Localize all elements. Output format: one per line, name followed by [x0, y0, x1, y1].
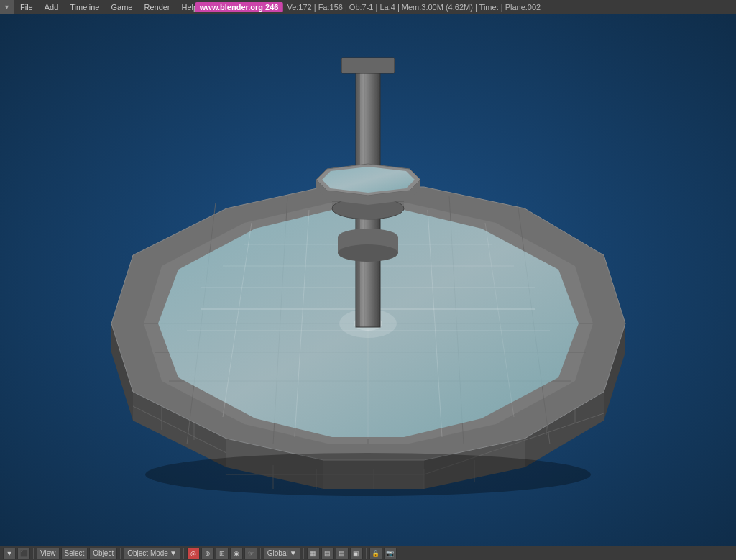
global-label: Global: [267, 549, 288, 557]
top-menubar: ▼ File Add Timeline Game Render Help www…: [0, 0, 736, 14]
svg-marker-61: [322, 167, 415, 193]
header-stats: Ve:172 | Fa:156 | Ob:7-1 | La:4 | Mem:3.…: [287, 3, 540, 12]
render-icon[interactable]: 📷: [384, 548, 397, 559]
global-dropdown-arrow: ▼: [290, 549, 297, 557]
scene-icon[interactable]: ⬛: [17, 548, 30, 559]
mode-dropdown-arrow: ▼: [170, 549, 177, 557]
separator-3: [183, 548, 184, 559]
bottom-toolbar: ▼ ⬛ View Select Object Object Mode ▼ ◎ ⊕…: [0, 546, 736, 560]
grid-icon-3[interactable]: ▤: [336, 548, 349, 559]
header-info: www.blender.org 246 Ve:172 | Fa:156 | Ob…: [196, 2, 540, 12]
separator-4: [260, 548, 261, 559]
global-dropdown[interactable]: Global ▼: [264, 548, 300, 559]
grid-icon-4[interactable]: ▣: [350, 548, 363, 559]
separator-1: [33, 548, 34, 559]
object-menu-btn[interactable]: Object: [89, 548, 117, 559]
3d-viewport[interactable]: [0, 14, 736, 546]
view-menu-btn[interactable]: View: [37, 548, 60, 559]
svg-point-58: [338, 244, 398, 262]
snap-grid-icon[interactable]: ⊞: [216, 548, 229, 559]
blender-badge: www.blender.org 246: [196, 2, 283, 12]
svg-point-63: [145, 453, 591, 496]
scene-container: [0, 14, 736, 546]
window-toggle-btn[interactable]: ▼: [3, 548, 16, 559]
separator-2: [120, 548, 121, 559]
origin-icon[interactable]: ◎: [187, 548, 200, 559]
menu-render[interactable]: Render: [138, 0, 175, 14]
mode-label: Object Mode: [127, 549, 168, 557]
grid-icon-1[interactable]: ▦: [307, 548, 320, 559]
grid-icon-2[interactable]: ▤: [321, 548, 334, 559]
separator-5: [303, 548, 304, 559]
mode-dropdown[interactable]: Object Mode ▼: [124, 548, 180, 559]
cursor-icon[interactable]: ☞: [244, 548, 257, 559]
menu-add[interactable]: Add: [39, 0, 65, 14]
separator-6: [366, 548, 367, 559]
menu-file[interactable]: File: [14, 0, 39, 14]
lock-icon[interactable]: 🔒: [369, 548, 382, 559]
snap-icon[interactable]: ⊕: [201, 548, 214, 559]
svg-rect-47: [341, 58, 395, 73]
blender-logo: ▼: [0, 0, 14, 14]
select-menu-btn[interactable]: Select: [61, 548, 88, 559]
menu-timeline[interactable]: Timeline: [64, 0, 105, 14]
proportional-icon[interactable]: ◉: [230, 548, 243, 559]
menu-game[interactable]: Game: [105, 0, 138, 14]
